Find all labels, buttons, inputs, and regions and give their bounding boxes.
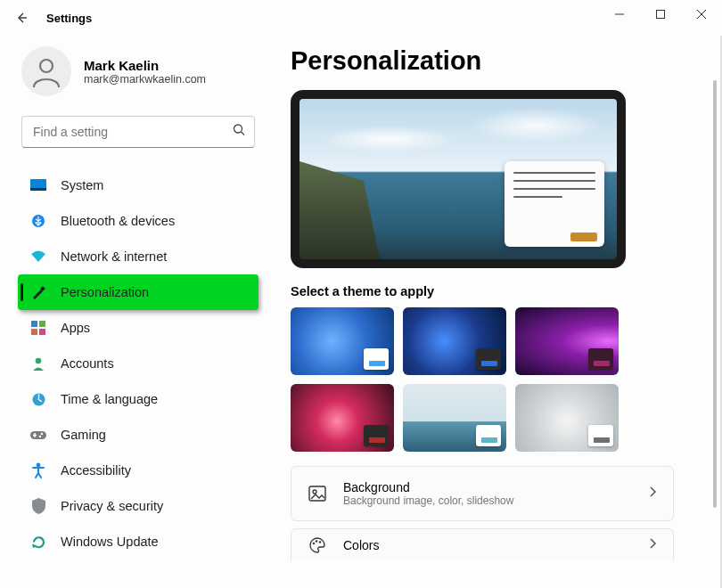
accent-swatch [369, 437, 385, 443]
svg-point-19 [41, 433, 43, 435]
mock-line [513, 188, 595, 190]
accent-swatch [481, 361, 497, 366]
palette-icon [308, 535, 327, 555]
accent-swatch [594, 361, 610, 366]
nav-personalization[interactable]: Personalization [18, 274, 258, 310]
theme-chip [476, 348, 501, 370]
maximize-button[interactable] [640, 0, 681, 29]
chevron-right-icon [648, 486, 657, 502]
nav-time-language[interactable]: Time & language [18, 381, 258, 417]
svg-rect-12 [31, 321, 37, 327]
minimize-icon [614, 9, 625, 20]
accent-swatch [369, 361, 385, 366]
theme-section-label: Select a theme to apply [291, 284, 722, 298]
svg-point-25 [316, 540, 317, 542]
apps-icon [30, 320, 46, 336]
wifi-icon [30, 249, 46, 265]
settings-window: Settings Mark Kaelin mark@markwkaelin.co… [0, 0, 722, 588]
mock-line [513, 172, 595, 174]
nav-apps[interactable]: Apps [18, 310, 258, 346]
search-input[interactable] [21, 116, 255, 148]
nav-label: Accounts [61, 356, 114, 371]
globe-clock-icon [30, 391, 46, 407]
theme-chip [588, 425, 613, 446]
theme-option-4[interactable] [291, 384, 394, 452]
maximize-icon [655, 9, 666, 20]
close-button[interactable] [681, 0, 722, 29]
person-icon [29, 53, 64, 89]
search-icon [233, 124, 246, 141]
svg-point-5 [40, 60, 53, 72]
theme-grid [291, 307, 722, 452]
accent-swatch [594, 437, 610, 443]
nav-label: Gaming [61, 428, 106, 442]
svg-rect-14 [31, 329, 37, 335]
theme-option-6[interactable] [515, 384, 619, 452]
nav-label: System [61, 178, 103, 192]
svg-rect-2 [657, 11, 665, 19]
theme-chip [476, 425, 501, 446]
user-email: mark@markwkaelin.com [84, 73, 206, 86]
content-area: Mark Kaelin mark@markwkaelin.com System … [0, 36, 722, 588]
theme-chip [364, 425, 389, 446]
setting-subtitle: Background image, color, slideshow [343, 494, 513, 507]
svg-line-7 [242, 132, 245, 135]
nav-label: Network & internet [61, 249, 167, 264]
nav-windows-update[interactable]: Windows Update [18, 524, 258, 559]
nav-gaming[interactable]: Gaming [18, 417, 258, 453]
accent-chip [570, 233, 597, 241]
nav-bluetooth[interactable]: Bluetooth & devices [18, 203, 258, 239]
search-wrap [18, 116, 258, 148]
setting-background[interactable]: Background Background image, color, slid… [291, 466, 674, 521]
avatar [21, 46, 71, 96]
svg-point-6 [234, 125, 242, 133]
back-button[interactable] [7, 4, 36, 32]
svg-rect-13 [39, 321, 45, 327]
account-icon [30, 355, 46, 372]
theme-chip [588, 348, 613, 370]
titlebar: Settings [0, 0, 722, 36]
display-icon [30, 177, 46, 193]
nav-label: Accessibility [61, 463, 131, 478]
shield-icon [30, 498, 46, 514]
mock-line [513, 180, 595, 182]
svg-rect-15 [39, 329, 45, 335]
nav-label: Apps [61, 321, 90, 335]
svg-rect-18 [30, 431, 46, 439]
setting-text: Colors [343, 538, 379, 552]
nav-system[interactable]: System [18, 167, 258, 203]
nav-list: System Bluetooth & devices Network & int… [18, 167, 258, 559]
scrollbar[interactable] [713, 80, 717, 508]
page-title: Personalization [291, 46, 722, 76]
gaming-icon [30, 427, 46, 443]
nav-network[interactable]: Network & internet [18, 239, 258, 274]
theme-option-5[interactable] [403, 384, 506, 452]
setting-title: Background [343, 480, 513, 494]
accent-swatch [481, 437, 497, 443]
preview-cloud [317, 126, 460, 152]
svg-point-21 [37, 463, 41, 468]
nav-label: Bluetooth & devices [61, 214, 175, 228]
svg-point-24 [313, 542, 315, 543]
theme-option-3[interactable] [515, 307, 619, 375]
theme-option-2[interactable] [403, 307, 506, 375]
nav-accessibility[interactable]: Accessibility [18, 453, 258, 488]
preview-cloud [469, 108, 603, 143]
nav-accounts[interactable]: Accounts [18, 346, 258, 381]
setting-text: Background Background image, color, slid… [343, 480, 513, 507]
paintbrush-icon [30, 284, 46, 300]
svg-rect-9 [30, 188, 46, 191]
minimize-button[interactable] [599, 0, 640, 29]
setting-colors[interactable]: Colors [291, 528, 674, 560]
user-name: Mark Kaelin [84, 58, 206, 73]
setting-title: Colors [343, 538, 379, 552]
svg-point-23 [313, 490, 316, 494]
sidebar: Mark Kaelin mark@markwkaelin.com System … [0, 36, 267, 588]
user-account-block[interactable]: Mark Kaelin mark@markwkaelin.com [18, 46, 258, 96]
theme-option-1[interactable] [291, 307, 394, 375]
picture-icon [308, 484, 327, 503]
nav-privacy[interactable]: Privacy & security [18, 488, 258, 524]
close-icon [696, 9, 707, 20]
nav-label: Personalization [61, 285, 149, 299]
theme-chip [364, 348, 389, 370]
